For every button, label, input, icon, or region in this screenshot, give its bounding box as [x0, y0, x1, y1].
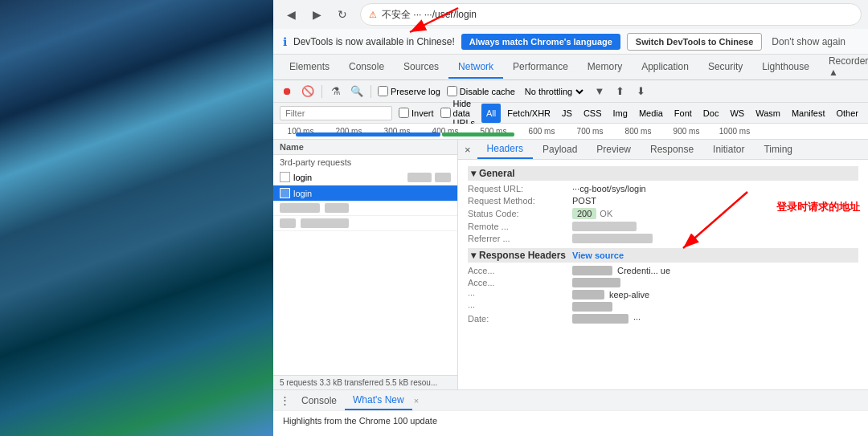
header-label-acce1: Acce... — [468, 266, 572, 275]
timeline-progress-green — [442, 132, 514, 137]
main-split: Name 3rd-party requests login login — [273, 140, 868, 389]
invert-label[interactable]: Invert — [399, 108, 434, 118]
network-row-login-1[interactable]: login — [273, 169, 457, 185]
filter-font-button[interactable]: Font — [669, 104, 697, 123]
whats-new-tab[interactable]: What's New — [345, 391, 412, 410]
console-menu-icon[interactable]: ⋮ — [280, 394, 290, 406]
switch-devtools-button[interactable]: Switch DevTools to Chinese — [627, 33, 763, 51]
tab-elements[interactable]: Elements — [280, 56, 339, 79]
filter-other-button[interactable]: Other — [832, 104, 864, 123]
devtools-notification: ℹ DevTools is now available in Chinese! … — [273, 29, 868, 55]
network-row-blurred-2[interactable] — [273, 216, 457, 231]
nav-buttons: ◀ ▶ ↻ — [280, 3, 354, 26]
blurred-row-2-a — [280, 218, 296, 228]
filter-bar: Invert Hide data URLs All Fetch/XHR JS C… — [273, 103, 868, 124]
info-icon: ℹ — [283, 35, 287, 48]
address-bar[interactable]: ⚠ 不安全 ··· ···/user/login — [360, 3, 862, 26]
filter-all-button[interactable]: All — [481, 104, 501, 123]
timeline-label-900: 900 ms — [662, 127, 710, 136]
filter-doc-button[interactable]: Doc — [698, 104, 724, 123]
preserve-log-label[interactable]: Preserve log — [378, 86, 440, 96]
export-icon[interactable]: ⬇ — [634, 84, 649, 99]
clear-icon[interactable]: 🚫 — [301, 84, 315, 99]
timeline-labels-row: 100 ms 200 ms 300 ms 400 ms 500 ms 600 m… — [273, 124, 868, 140]
tab-application[interactable]: Application — [632, 56, 698, 79]
method-label: Request Method: — [468, 196, 572, 206]
referrer-value-blur — [572, 234, 653, 243]
remote-value-blur — [572, 222, 637, 231]
details-tab-timing[interactable]: Timing — [754, 141, 802, 158]
network-row-login-2[interactable]: login — [273, 185, 457, 201]
filter-input[interactable] — [280, 106, 392, 120]
details-tab-payload[interactable]: Payload — [533, 141, 587, 158]
notification-text: DevTools is now available in Chinese! — [293, 36, 455, 47]
tab-network[interactable]: Network — [448, 56, 503, 79]
reload-button[interactable]: ↻ — [331, 3, 354, 26]
network-list-panel: Name 3rd-party requests login login — [273, 140, 458, 389]
tab-lighthouse[interactable]: Lighthouse — [752, 56, 819, 79]
filter-media-button[interactable]: Media — [634, 104, 668, 123]
status-value: 200 — [572, 208, 596, 219]
network-row-blurred-1[interactable] — [273, 201, 457, 216]
name-col-header: Name — [280, 142, 304, 152]
checkbox-login-1[interactable] — [280, 172, 290, 182]
throttle-select[interactable]: No throttling — [522, 86, 586, 97]
timeline-label-800: 800 ms — [614, 127, 662, 136]
header-blur-acce1 — [572, 266, 612, 275]
referrer-row: Referrer ... — [468, 234, 858, 243]
hide-urls-checkbox[interactable] — [440, 108, 451, 118]
throttle-down-icon[interactable]: ▼ — [592, 84, 607, 99]
header-extra-acce1: Credenti... ue — [617, 266, 670, 275]
details-close-btn[interactable]: × — [458, 141, 477, 159]
details-tab-headers[interactable]: Headers — [477, 140, 533, 159]
filter-js-button[interactable]: JS — [557, 104, 577, 123]
blurred-row-1-a — [280, 203, 320, 213]
page-wrapper: ◀ ▶ ↻ ⚠ 不安全 ··· ···/user/login 网站 url 地址… — [0, 0, 868, 436]
details-tab-preview[interactable]: Preview — [587, 141, 641, 158]
dismiss-notification[interactable]: Don't show again — [772, 36, 845, 47]
disable-cache-label[interactable]: Disable cache — [447, 86, 515, 96]
header-extra-date: ··· — [633, 314, 641, 324]
filter-ws-button[interactable]: WS — [725, 104, 749, 123]
forward-button[interactable]: ▶ — [305, 3, 328, 26]
invert-checkbox[interactable] — [399, 108, 409, 118]
header-blur-keep — [572, 290, 604, 299]
disable-cache-text: Disable cache — [460, 87, 515, 96]
match-language-button[interactable]: Always match Chrome's language — [461, 34, 620, 50]
timeline-label-700: 700 ms — [566, 127, 614, 136]
filter-fetch-button[interactable]: Fetch/XHR — [502, 104, 555, 123]
details-tab-initiator[interactable]: Initiator — [703, 141, 754, 158]
console-tab[interactable]: Console — [293, 392, 345, 410]
whats-new-close-icon[interactable]: × — [414, 396, 419, 405]
tab-security[interactable]: Security — [698, 56, 752, 79]
request-url-value: ···cg-boot/sys/login — [572, 184, 646, 194]
browser-toolbar: ◀ ▶ ↻ ⚠ 不安全 ··· ···/user/login 网站 url 地址 — [273, 0, 868, 29]
tab-memory[interactable]: Memory — [578, 56, 632, 79]
checkbox-login-2[interactable] — [280, 188, 290, 198]
filter-img-button[interactable]: Img — [608, 104, 633, 123]
timeline-labels: 100 ms 200 ms 300 ms 400 ms 500 ms 600 m… — [273, 124, 868, 139]
tab-recorder[interactable]: Recorder ▲ — [819, 51, 868, 84]
console-content-text: Highlights from the Chrome 100 update — [283, 416, 437, 426]
timeline-label-600: 600 ms — [518, 127, 566, 136]
address-text: 不安全 ··· ···/user/login — [382, 8, 853, 22]
header-row-keep: ··· keep-alive — [468, 290, 858, 299]
filter-icon[interactable]: ⚗ — [329, 84, 343, 99]
filter-wasm-button[interactable]: Wasm — [751, 104, 785, 123]
tab-console[interactable]: Console — [339, 56, 394, 79]
header-label-keep: ··· — [468, 290, 572, 299]
view-source-link[interactable]: View source — [572, 251, 624, 260]
tab-sources[interactable]: Sources — [394, 56, 448, 79]
disable-cache-checkbox[interactable] — [447, 86, 457, 96]
tab-performance[interactable]: Performance — [503, 56, 578, 79]
import-icon[interactable]: ⬆ — [613, 84, 628, 99]
filter-css-button[interactable]: CSS — [579, 104, 607, 123]
record-icon[interactable]: ⏺ — [280, 84, 294, 99]
search-icon[interactable]: 🔍 — [350, 84, 364, 99]
request-url-label: Request URL: — [468, 184, 572, 194]
referrer-label: Referrer ... — [468, 234, 572, 243]
back-button[interactable]: ◀ — [280, 3, 302, 26]
filter-manifest-button[interactable]: Manifest — [787, 104, 830, 123]
preserve-log-checkbox[interactable] — [378, 86, 388, 96]
details-tab-response[interactable]: Response — [641, 141, 703, 158]
